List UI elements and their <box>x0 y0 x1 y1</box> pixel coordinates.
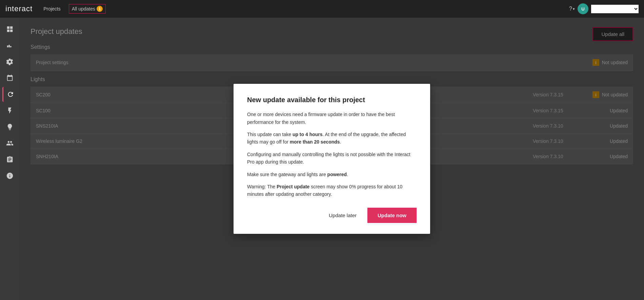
dialog-para2: This update can take up to 4 hours. At t… <box>247 131 417 146</box>
sidebar-icon-info[interactable] <box>2 168 17 183</box>
update-now-button[interactable]: Update now <box>367 208 417 223</box>
dialog-para1: One or more devices need a firmware upda… <box>247 111 417 126</box>
sidebar <box>0 18 20 300</box>
sidebar-icon-settings[interactable] <box>2 54 17 69</box>
sidebar-icon-chart[interactable] <box>2 38 17 53</box>
sidebar-icon-bulb[interactable] <box>2 119 17 134</box>
projects-link[interactable]: Projects <box>41 5 63 13</box>
topnav-right: ? ▾ U <box>569 3 639 14</box>
dialog-para5-pre: Warning: The <box>247 184 277 189</box>
dialog-para4-post: . <box>347 172 348 177</box>
help-button[interactable]: ? ▾ <box>569 6 575 12</box>
dialog-para2-bold1: up to 4 hours <box>293 132 323 137</box>
dialog-para2-post: . <box>340 139 341 145</box>
dialog-actions: Update later Update now <box>247 208 417 223</box>
updates-badge: 1 <box>97 6 103 12</box>
sidebar-icon-bolt[interactable] <box>2 103 17 118</box>
question-mark-icon: ? <box>569 6 572 12</box>
dialog-para4-pre: Make sure the gateway and lights are <box>247 172 327 177</box>
dialog-para2-bold2: more than 20 seconds <box>290 139 340 145</box>
dialog-body: One or more devices need a firmware upda… <box>247 111 417 198</box>
sidebar-icon-people[interactable] <box>2 136 17 151</box>
modal-overlay: New update available for this project On… <box>20 18 644 300</box>
app-logo: interact <box>5 4 33 13</box>
dialog-para5: Warning: The Project update screen may s… <box>247 183 417 198</box>
content-area: Project updates Update all Settings Proj… <box>20 18 644 300</box>
sidebar-icon-clipboard[interactable] <box>2 152 17 167</box>
main-layout: Project updates Update all Settings Proj… <box>0 18 644 300</box>
chevron-down-icon: ▾ <box>573 7 575 11</box>
dialog-para2-pre: This update can take <box>247 132 293 137</box>
sidebar-icon-refresh[interactable] <box>2 87 17 102</box>
update-dialog: New update available for this project On… <box>234 84 430 234</box>
dialog-para3: Configuring and manually controlling the… <box>247 151 417 166</box>
workspace-select[interactable] <box>591 5 639 13</box>
topnav: interact Projects All updates 1 ? ▾ U <box>0 0 644 18</box>
dialog-para4: Make sure the gateway and lights are pow… <box>247 171 417 178</box>
dialog-title: New update available for this project <box>247 96 417 104</box>
dialog-para4-bold: powered <box>327 172 347 177</box>
sidebar-icon-calendar[interactable] <box>2 71 17 86</box>
sidebar-icon-grid[interactable] <box>2 22 17 37</box>
dialog-para5-bold: Project update <box>277 184 309 189</box>
avatar[interactable]: U <box>578 3 588 14</box>
all-updates-label: All updates <box>72 6 95 12</box>
all-updates-tab[interactable]: All updates 1 <box>69 4 106 14</box>
update-later-button[interactable]: Update later <box>323 209 362 222</box>
